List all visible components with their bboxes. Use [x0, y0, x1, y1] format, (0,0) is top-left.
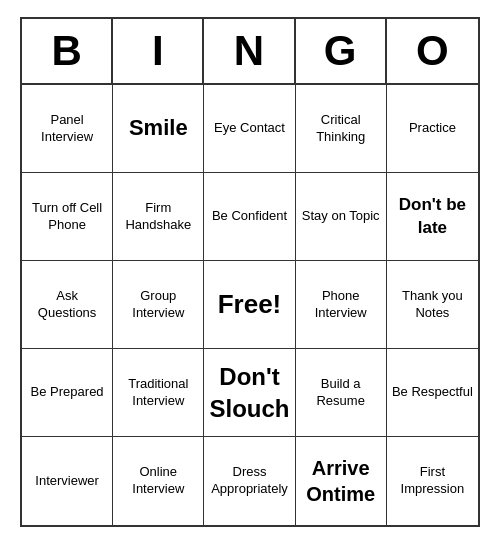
bingo-cell: Ask Questions	[22, 261, 113, 349]
bingo-cell: Stay on Topic	[296, 173, 387, 261]
bingo-cell: Panel Interview	[22, 85, 113, 173]
bingo-cell: Eye Contact	[204, 85, 295, 173]
bingo-cell: Critical Thinking	[296, 85, 387, 173]
bingo-cell: Turn off Cell Phone	[22, 173, 113, 261]
bingo-cell: Group Interview	[113, 261, 204, 349]
bingo-header: BINGO	[22, 19, 478, 85]
bingo-cell: Dress Appropriately	[204, 437, 295, 525]
header-letter: B	[22, 19, 113, 83]
bingo-cell: Be Prepared	[22, 349, 113, 437]
header-letter: O	[387, 19, 478, 83]
bingo-cell: Interviewer	[22, 437, 113, 525]
bingo-cell: Be Respectful	[387, 349, 478, 437]
header-letter: I	[113, 19, 204, 83]
bingo-cell: Don't Slouch	[204, 349, 295, 437]
bingo-cell: Thank you Notes	[387, 261, 478, 349]
bingo-cell: Be Confident	[204, 173, 295, 261]
bingo-cell: First Impression	[387, 437, 478, 525]
bingo-cell: Build a Resume	[296, 349, 387, 437]
bingo-cell: Don't be late	[387, 173, 478, 261]
bingo-cell: Smile	[113, 85, 204, 173]
bingo-card: BINGO Panel InterviewSmileEye ContactCri…	[20, 17, 480, 527]
bingo-cell: Free!	[204, 261, 295, 349]
bingo-cell: Traditional Interview	[113, 349, 204, 437]
header-letter: N	[204, 19, 295, 83]
bingo-cell: Arrive Ontime	[296, 437, 387, 525]
bingo-cell: Online Interview	[113, 437, 204, 525]
bingo-grid: Panel InterviewSmileEye ContactCritical …	[22, 85, 478, 525]
bingo-cell: Phone Interview	[296, 261, 387, 349]
bingo-cell: Firm Handshake	[113, 173, 204, 261]
bingo-cell: Practice	[387, 85, 478, 173]
header-letter: G	[296, 19, 387, 83]
